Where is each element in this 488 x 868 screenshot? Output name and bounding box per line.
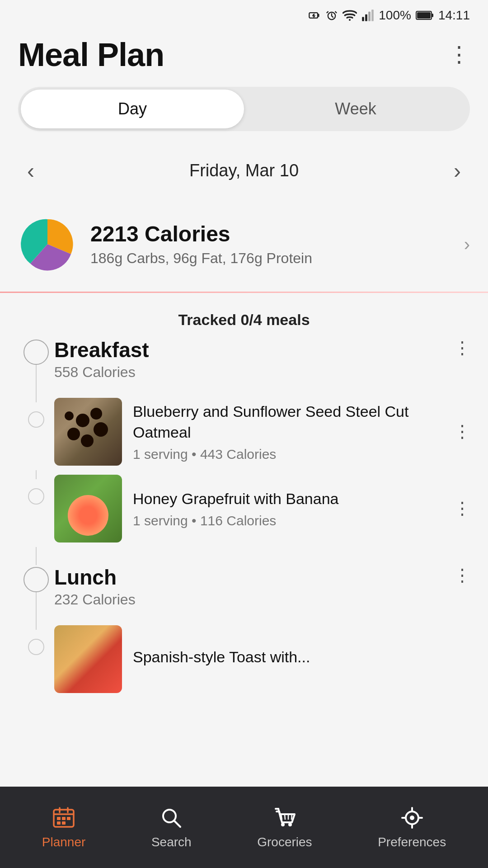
breakfast-timeline-circle (23, 340, 49, 365)
svg-line-21 (174, 821, 180, 827)
section-divider (0, 292, 488, 293)
nav-item-search[interactable]: Search (138, 801, 205, 854)
svg-rect-10 (432, 14, 433, 17)
toast-info: Spanish-style Toast with... (133, 647, 474, 671)
svg-rect-6 (368, 12, 371, 21)
lunch-content: Lunch 232 Calories ⋮ (54, 565, 488, 621)
toast-name: Spanish-style Toast with... (133, 647, 474, 668)
battery-percent: 100% (379, 8, 411, 23)
battery-charging-icon (308, 9, 321, 22)
lunch-more-button[interactable]: ⋮ (450, 565, 474, 586)
oatmeal-item: Blueberry and Sunflower Seed Steel Cut O… (0, 393, 488, 470)
svg-rect-16 (62, 817, 66, 820)
time: 14:11 (438, 8, 470, 23)
grapefruit-more-button[interactable]: ⋮ (450, 498, 474, 519)
nav-item-planner[interactable]: Planner (28, 801, 99, 854)
oatmeal-image (54, 398, 122, 466)
lunch-header-row: Lunch 232 Calories ⋮ (54, 565, 474, 612)
svg-point-23 (288, 823, 292, 826)
svg-line-27 (291, 814, 292, 820)
macros-display: 186g Carbs, 96g Fat, 176g Protein (90, 250, 464, 267)
breakfast-content: Breakfast 558 Calories ⋮ (54, 338, 488, 393)
wifi-icon (343, 9, 357, 22)
page-title: Meal Plan (18, 36, 164, 73)
planner-label: Planner (42, 835, 86, 849)
lunch-section: Lunch 232 Calories ⋮ (0, 565, 488, 621)
more-menu-icon[interactable]: ⋮ (448, 44, 470, 66)
breakfast-calories: 558 Calories (54, 364, 149, 381)
battery-icon (416, 10, 434, 21)
breakfast-timeline-left (18, 338, 54, 393)
calories-display: 2213 Calories (90, 222, 464, 246)
status-bar: 100% 14:11 (0, 0, 488, 27)
grapefruit-timeline-left (18, 470, 54, 505)
svg-point-22 (281, 823, 285, 826)
lunch-timeline-circle (23, 567, 49, 592)
oatmeal-name: Blueberry and Sunflower Seed Steel Cut O… (133, 401, 450, 443)
grapefruit-line-top (36, 470, 37, 479)
lunch-timeline-line (36, 592, 37, 621)
grapefruit-item: Honey Grapefruit with Banana 1 serving •… (0, 470, 488, 547)
nav-item-preferences[interactable]: Preferences (364, 801, 460, 854)
svg-point-29 (410, 816, 414, 820)
svg-rect-5 (365, 14, 367, 21)
svg-rect-18 (57, 821, 61, 825)
svg-rect-7 (371, 9, 374, 21)
tracked-meals-label: Tracked 0/4 meals (0, 297, 488, 338)
grapefruit-details: 1 serving • 116 Calories (133, 513, 450, 528)
svg-rect-9 (417, 12, 431, 19)
svg-line-25 (285, 814, 285, 820)
lunch-calories: 232 Calories (54, 591, 136, 608)
oatmeal-content: Blueberry and Sunflower Seed Steel Cut O… (54, 393, 488, 470)
breakfast-section: Breakfast 558 Calories ⋮ (0, 338, 488, 393)
tab-week[interactable]: Week (244, 90, 467, 128)
search-icon (159, 805, 184, 830)
lunch-timeline-left (18, 565, 54, 621)
groceries-label: Groceries (257, 835, 312, 849)
grapefruit-image (54, 475, 122, 542)
breakfast-timeline-line (36, 365, 37, 393)
breakfast-more-button[interactable]: ⋮ (450, 338, 474, 359)
grapefruit-timeline-circle (28, 488, 44, 505)
toast-timeline-left (18, 621, 54, 655)
nutrition-info: 2213 Calories 186g Carbs, 96g Fat, 176g … (90, 222, 464, 267)
lunch-title-info: Lunch 232 Calories (54, 565, 136, 608)
svg-point-3 (349, 19, 351, 21)
toast-line-top (36, 621, 37, 630)
header: Meal Plan ⋮ (0, 27, 488, 87)
preferences-icon (399, 805, 425, 830)
signal-icon (361, 9, 374, 22)
oatmeal-info: Blueberry and Sunflower Seed Steel Cut O… (133, 401, 450, 462)
oatmeal-timeline-circle (28, 411, 44, 428)
svg-rect-15 (57, 817, 61, 820)
nav-item-groceries[interactable]: Groceries (244, 801, 325, 854)
toast-content: Spanish-style Toast with... (54, 621, 488, 698)
nutrition-summary-card[interactable]: 2213 Calories 186g Carbs, 96g Fat, 176g … (0, 201, 488, 287)
prev-day-button[interactable]: ‹ (23, 154, 39, 188)
tab-day[interactable]: Day (21, 90, 244, 128)
search-label: Search (151, 835, 192, 849)
meal-spacer (0, 547, 488, 565)
breakfast-title: Breakfast (54, 338, 149, 362)
grapefruit-content: Honey Grapefruit with Banana 1 serving •… (54, 470, 488, 547)
oatmeal-timeline-left (18, 393, 54, 428)
toast-image (54, 625, 122, 693)
oatmeal-more-button[interactable]: ⋮ (450, 421, 474, 442)
svg-rect-17 (67, 817, 70, 820)
preferences-label: Preferences (378, 835, 446, 849)
planner-icon (51, 805, 76, 830)
svg-rect-4 (362, 17, 364, 21)
breakfast-header-row: Breakfast 558 Calories ⋮ (54, 338, 474, 384)
alarm-icon (325, 9, 338, 22)
nutrition-detail-arrow: › (464, 234, 470, 255)
toast-timeline-circle (28, 639, 44, 655)
oatmeal-details: 1 serving • 443 Calories (133, 447, 450, 462)
bottom-navigation: Planner Search Groceries (0, 787, 488, 868)
breakfast-title-info: Breakfast 558 Calories (54, 338, 149, 381)
groceries-icon (272, 805, 297, 830)
toast-item: Spanish-style Toast with... (0, 621, 488, 698)
next-day-button[interactable]: › (449, 154, 465, 188)
lunch-title: Lunch (54, 565, 136, 590)
status-icons: 100% 14:11 (308, 8, 470, 23)
grapefruit-name: Honey Grapefruit with Banana (133, 489, 450, 509)
